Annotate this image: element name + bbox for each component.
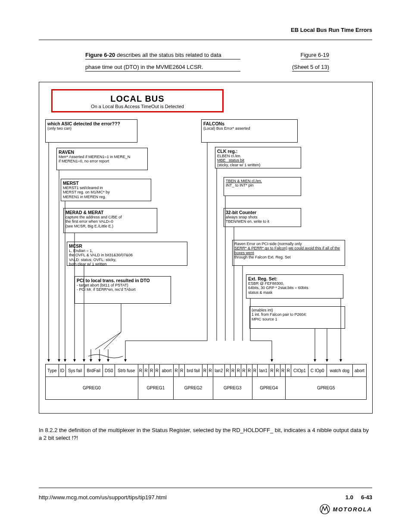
box-mcsr-l1: L. Endian = 1, <box>69 249 185 253</box>
page-header-right: EB Local Bus Run Time Errors <box>39 27 372 33</box>
box-clk-l2: MBE_ status bit <box>217 158 244 162</box>
bit-cell: R <box>202 364 208 377</box>
bit-cell: R <box>241 364 247 377</box>
bit-cell: lan2 <box>213 364 224 377</box>
box-ext-reg: Ext. Reg. Set: ESBR @ FEF88300, 64bits, … <box>246 274 343 299</box>
box-raven-l1: Merr* Asserted if MEREN1=1 in MERE_N <box>59 155 146 159</box>
bit-cell: Sys fail <box>65 364 84 377</box>
right-header-box: FALCONs (Local) Bus Error* asserted <box>201 119 298 143</box>
diagram-title-box: LOCAL BUS On a Local Bus Access TimeOut … <box>51 89 224 112</box>
box-clk: CLK reg.: ELBEN cl./en. MBE_ status bit … <box>215 147 301 168</box>
bit-cell: R <box>286 364 291 377</box>
left-header-box: which ASIC detected the error??? (only t… <box>45 119 137 143</box>
footer-right: 1.0 6-43 <box>346 494 372 501</box>
box-raven-err: Raven Error on PCI-side (normally only S… <box>232 240 345 266</box>
bit-cell: R <box>230 364 236 377</box>
box-tben-l1: TBEN & MIEN cl./en. <box>226 179 262 183</box>
bit-cell: R <box>236 364 241 377</box>
bit-cell: C IOp0 <box>308 364 327 377</box>
bit-label: GPREG4 <box>252 377 286 400</box>
page: EB Local Bus Run Time Errors Figure 6-20… <box>0 0 411 532</box>
motorola-wordmark: MOTOROLA <box>333 506 372 513</box>
box-pci-l2: - PCI Mr. if SERR*en, rec'd TAbort <box>77 287 169 292</box>
footer-rule <box>39 488 372 488</box>
box-mcsr: MCSR L. Endian = 1, the OVFL & VALD in b… <box>67 242 187 266</box>
bit-cell: R <box>275 364 280 377</box>
box-merst-title: MERST <box>63 180 149 186</box>
box-raven-title: RAVEN <box>59 149 146 155</box>
box-enint-l1: 1 int. from Falcon pair to P2604: <box>252 312 343 317</box>
box-extreg-title: Ext. Reg. Set: <box>248 276 341 281</box>
box-pci-title: PCI to local trans. resulted in DTO <box>77 278 169 283</box>
box-merad-l2: the first error when VALD=0 <box>65 219 155 224</box>
box-enint-l2: MPIC source 1 <box>252 317 343 321</box>
bit-cell: Strb fuse <box>115 364 138 377</box>
box-merst-l2: MERST reg. on M1/MC* by <box>63 190 149 194</box>
figure-caption-text1: describes all the status bits related to… <box>115 52 221 58</box>
bit-cell: abort <box>352 364 366 377</box>
motorola-icon <box>320 504 330 514</box>
diagram-title-sub: On a Local Bus Access TimeOut is Detecte… <box>91 104 184 109</box>
left-header-text: which ASIC detected the error??? <box>47 121 135 126</box>
motorola-logo: MOTOROLA <box>320 504 372 514</box>
bit-cell: abort <box>160 364 174 377</box>
right-header-text: FALCONs <box>203 121 296 126</box>
bit-cell: ID <box>59 364 65 377</box>
box-counter-l1: always snap shots <box>226 215 299 219</box>
footer-url: http://www.mcg.mot.com/us/support/tips/t… <box>39 494 167 501</box>
body-paragraph: In 8.2.2 the definition of the multiplex… <box>39 426 372 442</box>
bit-cell: lan1 <box>258 364 269 377</box>
box-clk-title: CLK reg.: <box>217 149 299 154</box>
bit-cell: brd fail <box>184 364 202 377</box>
box-mcsr-l4: both clear w/ 1 written <box>69 262 185 266</box>
box-counter: 32-bit Counter always snap shots TBEN/WE… <box>224 208 301 227</box>
bit-label-row: GPREG0 GPREG1 GPREG2 GPREG3 GPREG4 GPREG… <box>46 377 367 400</box>
box-tben-l2: INT_ to INT* pin <box>226 183 299 187</box>
bit-cell: R <box>269 364 275 377</box>
box-ravenerr-l3: through the Falcon Ext. Reg. Set <box>234 255 343 259</box>
figure-number: Figure 6-20 <box>85 52 115 58</box>
svg-point-0 <box>320 504 330 514</box>
bit-label: GPREG3 <box>213 377 252 400</box>
left-header-sub: (only two can) <box>47 126 135 131</box>
box-tben: TBEN & MIEN cl./en. INT_ to INT* pin <box>224 177 301 196</box>
box-enint-title: (enables int) <box>252 308 343 312</box>
bit-label: GPREG1 <box>138 377 174 400</box>
bit-label: GPREG2 <box>174 377 213 400</box>
bit-cell: R <box>179 364 184 377</box>
box-enables-int: (enables int) 1 int. from Falcon pair to… <box>249 306 345 329</box>
bit-cell: R <box>252 364 258 377</box>
figure-cross-ref-2: (Sheet 5 of 13) <box>292 64 329 72</box>
diagram-title-big: LOCAL BUS <box>54 94 221 104</box>
box-extreg-l2: 64bits, 30 GRP * 2stat.bits = 60bits <box>248 286 341 290</box>
box-mcsr-l3: VALD: status; OVFL: sticky, <box>69 258 185 262</box>
box-pci-local: PCI to local trans. resulted in DTO - ta… <box>75 276 171 304</box>
bit-cell: R <box>208 364 213 377</box>
bit-cell: R <box>138 364 143 377</box>
bit-cell: R <box>154 364 160 377</box>
bit-cell: watch dog <box>327 364 352 377</box>
box-merad-l1: capture the address and C/BE of <box>65 215 155 219</box>
box-merad-l3: (see MCSR, Big E./Little E.) <box>65 224 155 228</box>
bit-cell: Type <box>46 364 59 377</box>
bit-cell: R <box>225 364 230 377</box>
bit-bar-row: Type ID Sys fail BrdFail DS0 Strb fuse R… <box>46 364 367 377</box>
bit-cell: CIOp1 <box>291 364 308 377</box>
header-rule <box>39 40 372 40</box>
figure-caption-line1: Figure 6-20 describes all the status bit… <box>85 52 240 59</box>
diagram-frame: LOCAL BUS On a Local Bus Access TimeOut … <box>39 82 373 414</box>
box-clk-l1: ELBEN cl./en. <box>217 154 299 158</box>
box-extreg-l1: ESBR @ FEF88300, <box>248 281 341 286</box>
box-merst: MERST MERST1 set/cleared in MERST reg. o… <box>61 179 151 201</box>
box-merst-l3: MEREN1 in MEREN reg. <box>63 195 149 199</box>
bit-cell: R <box>174 364 179 377</box>
bit-cell: R <box>280 364 286 377</box>
box-merad: MERAD & MERAT capture the address and C/… <box>63 208 157 233</box>
bit-label: GPREG5 <box>286 377 367 400</box>
right-header-sub: (Local) Bus Error* asserted <box>203 126 296 131</box>
figure-cross-ref-1: Figure 6-19 <box>301 52 329 59</box>
box-extreg-l3: status & mask <box>248 290 341 295</box>
box-counter-l2: TBEN/WEN en. write to it <box>226 219 299 224</box>
bit-cell: R <box>246 364 252 377</box>
figure-caption-line2: phase time out (DTO) in the MVME2604 LCS… <box>85 64 240 72</box>
